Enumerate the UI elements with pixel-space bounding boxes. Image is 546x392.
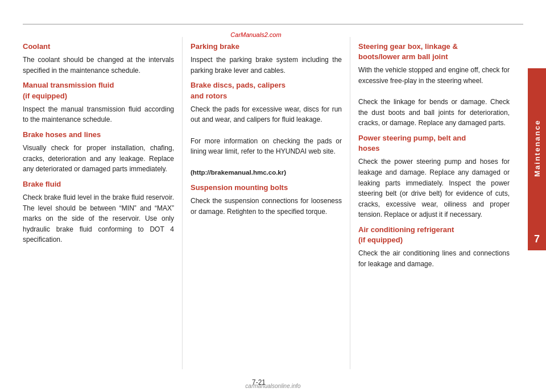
section-parking-brake: Parking brake Inspect the parking brake …: [191, 42, 342, 76]
column-2: Parking brake Inspect the parking brake …: [183, 37, 350, 369]
column-3: Steering gear box, linkage &boots/lower …: [350, 37, 518, 369]
body-brake-hoses: Visually check for proper installation, …: [23, 143, 174, 175]
brake-manual-link: (http://brakemanual.hmc.co.kr): [191, 169, 286, 176]
body-manual-transmission: Inspect the manual transmission fluid ac…: [23, 104, 174, 125]
columns: Coolant The coolant should be changed at…: [23, 37, 518, 369]
body-brake-fluid: Check brake fluid level in the brake flu…: [23, 192, 174, 245]
section-steering-gear: Steering gear box, linkage &boots/lower …: [358, 42, 510, 129]
heading-suspension-bolts: Suspension mounting bolts: [191, 183, 342, 193]
body-steering-gear: With the vehicle stopped and engine off,…: [358, 65, 510, 129]
section-manual-transmission: Manual transmission fluid(if equipped) I…: [23, 80, 174, 125]
heading-brake-discs: Brake discs, pads, calipersand rotors: [191, 80, 342, 101]
heading-brake-fluid: Brake fluid: [23, 179, 174, 189]
body-parking-brake: Inspect the parking brake system includi…: [191, 55, 342, 76]
body-coolant: The coolant should be changed at the int…: [23, 55, 174, 76]
section-brake-fluid: Brake fluid Check brake fluid level in t…: [23, 179, 174, 245]
heading-steering-gear: Steering gear box, linkage &boots/lower …: [358, 42, 510, 62]
heading-coolant: Coolant: [23, 42, 174, 52]
sidebar-label: Maintenance: [533, 119, 541, 177]
body-ac-refrigerant: Check the air conditioning lines and con…: [358, 248, 510, 269]
heading-ac-refrigerant: Air conditioning refrigerant(if equipped…: [358, 225, 510, 245]
section-brake-hoses: Brake hoses and lines Visually check for…: [23, 130, 174, 175]
body-brake-discs: Check the pads for excessive wear, discs…: [191, 104, 342, 178]
section-power-steering: Power steering pump, belt andhoses Check…: [358, 133, 510, 220]
heading-manual-transmission: Manual transmission fluid(if equipped): [23, 80, 174, 101]
section-brake-discs: Brake discs, pads, calipersand rotors Ch…: [191, 80, 342, 178]
body-power-steering: Check the power steering pump and hoses …: [358, 156, 510, 220]
section-suspension-bolts: Suspension mounting bolts Check the susp…: [191, 183, 342, 217]
sidebar-number: 7: [528, 228, 546, 250]
body-suspension-bolts: Check the suspension connections for loo…: [191, 196, 342, 217]
column-1: Coolant The coolant should be changed at…: [23, 37, 182, 369]
sidebar-tab: Maintenance: [528, 68, 546, 228]
heading-brake-hoses: Brake hoses and lines: [23, 130, 174, 140]
heading-power-steering: Power steering pump, belt andhoses: [358, 133, 510, 154]
heading-parking-brake: Parking brake: [191, 42, 342, 52]
main-content: Coolant The coolant should be changed at…: [23, 37, 518, 369]
section-ac-refrigerant: Air conditioning refrigerant(if equipped…: [358, 225, 510, 270]
section-coolant: Coolant The coolant should be changed at…: [23, 42, 174, 76]
bottom-watermark: carmanualsonline.info: [0, 383, 546, 389]
top-rule: [23, 24, 523, 24]
page-container: CarManuals2.com Maintenance 7 Coolant Th…: [0, 0, 546, 392]
